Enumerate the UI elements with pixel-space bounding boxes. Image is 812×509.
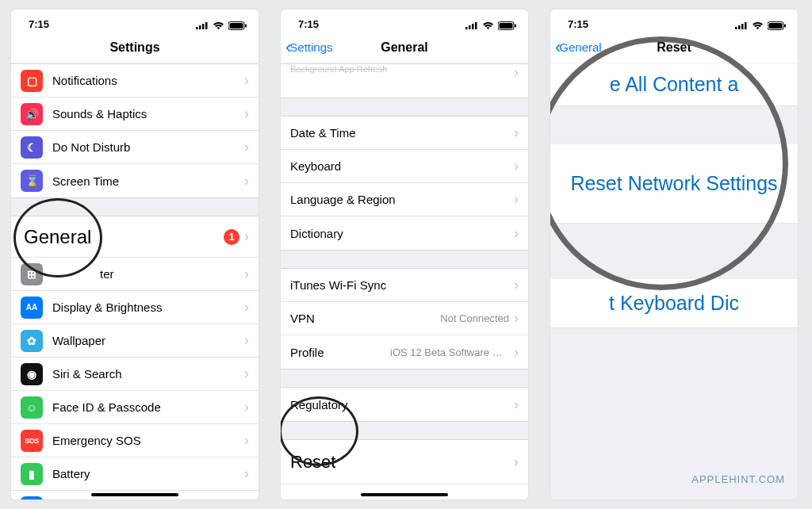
- row-sounds[interactable]: 🔊 Sounds & Haptics ›: [11, 98, 259, 131]
- chevron-right-icon: ›: [514, 344, 519, 361]
- battery-icon: [768, 21, 787, 30]
- phone-panel-general: 7:15 ‹ Settings General Background App R…: [281, 10, 528, 499]
- chevron-right-icon: ›: [514, 277, 519, 293]
- reset-list[interactable]: e All Content a Reset Network Settings t…: [550, 63, 798, 499]
- wifi-icon: [752, 21, 764, 30]
- status-indicators: [196, 21, 247, 30]
- chevron-right-icon: ›: [244, 173, 249, 189]
- chevron-right-icon: ›: [244, 365, 249, 382]
- row-keyboard[interactable]: Keyboard›: [281, 150, 528, 183]
- row-date-time[interactable]: Date & Time›: [281, 117, 528, 150]
- cellular-icon: [465, 21, 478, 30]
- row-sos[interactable]: SOS Emergency SOS ›: [11, 424, 259, 457]
- home-indicator[interactable]: [361, 493, 448, 496]
- sounds-icon: 🔊: [21, 103, 43, 125]
- screentime-icon: ⌛: [21, 170, 43, 192]
- status-indicators: [735, 21, 787, 30]
- nav-bar: ‹ Settings General: [281, 32, 528, 63]
- svg-rect-13: [515, 25, 516, 28]
- row-itunes-wifi[interactable]: iTunes Wi-Fi Sync›: [281, 269, 528, 302]
- row-vpn[interactable]: VPNNot Connected›: [281, 302, 528, 335]
- row-reset-keyboard-cut[interactable]: t Keyboard Dic: [550, 279, 798, 328]
- row-dictionary[interactable]: Dictionary›: [281, 216, 528, 250]
- svg-rect-17: [745, 22, 747, 29]
- chevron-right-icon: ›: [514, 64, 519, 81]
- row-regulatory[interactable]: Regulatory›: [281, 388, 528, 421]
- wallpaper-icon: ✿: [21, 330, 43, 352]
- sos-icon: SOS: [21, 430, 43, 452]
- row-erase-all-cut[interactable]: e All Content a: [550, 63, 798, 106]
- chevron-right-icon: ›: [244, 399, 249, 415]
- row-reset[interactable]: Reset›: [281, 440, 528, 484]
- row-shutdown-cut[interactable]: n: [281, 484, 528, 499]
- notifications-icon: ▢: [21, 70, 43, 92]
- status-time: 7:15: [298, 18, 319, 30]
- cellular-icon: [196, 21, 209, 30]
- status-indicators: [465, 21, 517, 30]
- wifi-icon: [213, 21, 224, 30]
- general-label: General: [24, 226, 224, 248]
- vpn-status: Not Connected: [440, 312, 509, 324]
- privacy-icon: ✋: [21, 496, 43, 499]
- row-display[interactable]: AA Display & Brightness ›: [11, 291, 259, 324]
- svg-rect-7: [465, 27, 468, 29]
- row-reset-network-settings[interactable]: Reset Network Settings: [550, 144, 798, 224]
- chevron-right-icon: ›: [244, 228, 249, 245]
- chevron-right-icon: ›: [514, 191, 519, 208]
- row-notifications[interactable]: ▢ Notifications ›: [11, 64, 259, 98]
- faceid-icon: ☺: [21, 396, 43, 419]
- chevron-right-icon: ›: [514, 454, 519, 470]
- row-battery[interactable]: ▮ Battery ›: [11, 457, 259, 491]
- battery-icon: [228, 21, 247, 30]
- status-time: 7:15: [568, 18, 588, 30]
- svg-rect-16: [741, 24, 744, 29]
- row-screentime[interactable]: ⌛ Screen Time ›: [11, 164, 259, 197]
- svg-rect-10: [475, 22, 477, 29]
- back-label: Settings: [289, 40, 332, 54]
- row-dnd[interactable]: ☾ Do Not Disturb ›: [11, 131, 259, 164]
- display-icon: AA: [21, 297, 43, 319]
- badge-count: 1: [224, 229, 239, 245]
- dnd-icon: ☾: [21, 136, 43, 159]
- control-center-icon: ⊞: [21, 263, 43, 285]
- row-general[interactable]: General 1 ›: [11, 216, 259, 258]
- battery-icon: [498, 21, 517, 30]
- page-title: General: [381, 40, 428, 55]
- chevron-right-icon: ›: [244, 499, 249, 500]
- chevron-right-icon: ›: [514, 310, 519, 327]
- chevron-right-icon: ›: [514, 396, 519, 413]
- chevron-right-icon: ›: [244, 105, 249, 122]
- settings-list[interactable]: ▢ Notifications › 🔊 Sounds & Haptics › ☾…: [11, 63, 259, 499]
- chevron-right-icon: ›: [244, 432, 249, 449]
- svg-rect-3: [205, 22, 208, 29]
- status-bar: 7:15: [281, 10, 528, 32]
- svg-rect-1: [199, 25, 201, 29]
- row-faceid[interactable]: ☺ Face ID & Passcode ›: [11, 391, 259, 424]
- row-control-center[interactable]: ⊞ ter ›: [11, 258, 259, 291]
- back-label: General: [559, 40, 601, 54]
- row-language-region[interactable]: Language & Region›: [281, 183, 528, 216]
- svg-rect-9: [472, 24, 474, 29]
- chevron-right-icon: ›: [244, 139, 249, 155]
- back-button[interactable]: ‹ Settings: [285, 32, 333, 63]
- row-profile[interactable]: ProfileiOS 12 Beta Software Profile›: [281, 335, 528, 369]
- phone-panel-settings: 7:15 Settings ▢ Notifications › 🔊 Sounds…: [11, 10, 259, 499]
- chevron-right-icon: ›: [514, 225, 519, 242]
- chevron-right-icon: ›: [244, 266, 249, 282]
- chevron-right-icon: ›: [244, 332, 249, 349]
- nav-bar: Settings: [11, 32, 259, 63]
- general-list[interactable]: Background App Refresh › Date & Time› Ke…: [281, 63, 528, 499]
- back-button[interactable]: ‹ General: [555, 32, 602, 63]
- chevron-right-icon: ›: [244, 465, 249, 482]
- profile-detail: iOS 12 Beta Software Profile: [390, 346, 509, 358]
- svg-rect-14: [735, 27, 737, 29]
- svg-rect-20: [784, 25, 786, 28]
- svg-rect-15: [738, 25, 741, 29]
- home-indicator[interactable]: [91, 493, 178, 496]
- chevron-right-icon: ›: [244, 299, 249, 316]
- row-wallpaper[interactable]: ✿ Wallpaper ›: [11, 324, 259, 358]
- row-siri[interactable]: ◉ Siri & Search ›: [11, 358, 259, 391]
- svg-rect-0: [196, 27, 198, 29]
- nav-bar: ‹ General Reset: [550, 32, 798, 63]
- row-bg-app-refresh-cut[interactable]: Background App Refresh ›: [281, 64, 528, 98]
